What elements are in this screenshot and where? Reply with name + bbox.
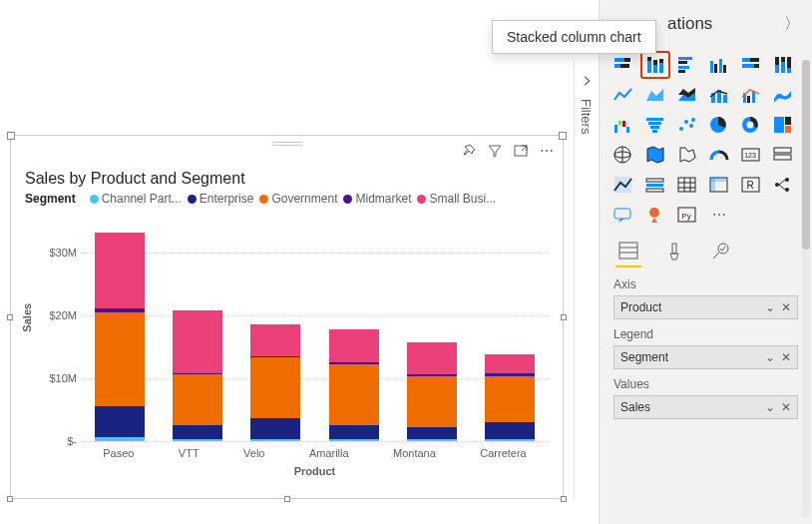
svg-rect-22: [754, 64, 759, 68]
slicer-icon[interactable]: [641, 172, 669, 198]
svg-line-77: [779, 180, 785, 185]
svg-rect-4: [620, 64, 629, 68]
donut-chart-icon[interactable]: [737, 112, 765, 138]
svg-text:R: R: [746, 180, 753, 191]
svg-rect-16: [714, 64, 717, 73]
more-visuals-icon[interactable]: ⋯: [705, 202, 733, 228]
filters-label: Filters: [579, 99, 594, 134]
python-visual-icon[interactable]: Py: [673, 202, 701, 228]
matrix-icon[interactable]: [705, 172, 733, 198]
clustered-column-chart-icon[interactable]: [705, 52, 733, 78]
line-chart-icon[interactable]: [609, 82, 637, 108]
values-well[interactable]: Sales ⌄✕: [613, 395, 798, 419]
stacked-area-chart-icon[interactable]: [673, 82, 701, 108]
svg-rect-3: [614, 64, 620, 68]
chart-legend: Segment Channel Part...EnterpriseGovernm…: [11, 190, 563, 212]
chart-visual-container[interactable]: ⋯ Sales by Product and Segment Segment C…: [10, 135, 564, 499]
focus-mode-icon[interactable]: [513, 143, 529, 159]
treemap-icon[interactable]: [769, 112, 797, 138]
svg-rect-19: [742, 58, 750, 62]
svg-point-80: [649, 208, 659, 218]
analytics-tab[interactable]: [707, 242, 733, 267]
stacked-column-chart-icon[interactable]: [641, 52, 669, 78]
arcgis-icon[interactable]: [641, 202, 669, 228]
format-tab[interactable]: [661, 242, 687, 267]
bar[interactable]: [95, 233, 145, 441]
svg-point-49: [747, 122, 754, 129]
map-icon[interactable]: [609, 142, 637, 168]
svg-text:Py: Py: [681, 212, 690, 221]
pane-scrollbar[interactable]: [802, 60, 810, 518]
field-format-tabs: [600, 232, 812, 269]
ribbon-chart-icon[interactable]: [769, 82, 797, 108]
svg-rect-59: [774, 155, 791, 160]
filled-map-icon[interactable]: [641, 142, 669, 168]
filters-pane-collapsed[interactable]: Filters: [574, 60, 598, 499]
svg-rect-50: [774, 117, 784, 133]
values-well-label: Values: [613, 377, 798, 391]
chart-bars: [81, 222, 549, 441]
drag-handle-icon[interactable]: [272, 142, 302, 146]
svg-rect-38: [626, 127, 629, 133]
svg-rect-31: [723, 95, 727, 103]
svg-rect-6: [647, 57, 651, 61]
pie-chart-icon[interactable]: [705, 112, 733, 138]
svg-rect-21: [742, 64, 754, 68]
chevron-down-icon[interactable]: ⌄: [765, 300, 775, 314]
more-options-icon[interactable]: ⋯: [539, 143, 555, 159]
bar[interactable]: [173, 310, 222, 441]
filter-icon[interactable]: [487, 143, 503, 159]
100-stacked-column-icon[interactable]: [769, 52, 797, 78]
decomposition-tree-icon[interactable]: [769, 172, 797, 198]
qa-visual-icon[interactable]: [609, 202, 637, 228]
visual-header: ⋯: [11, 136, 563, 166]
axis-well[interactable]: Product ⌄✕: [613, 295, 798, 319]
x-axis-label: Product: [81, 465, 549, 477]
chart-title: Sales by Product and Segment: [11, 166, 563, 190]
svg-point-74: [775, 183, 779, 187]
scatter-chart-icon[interactable]: [673, 112, 701, 138]
funnel-chart-icon[interactable]: [641, 112, 669, 138]
100-stacked-bar-icon[interactable]: [737, 52, 765, 78]
svg-rect-86: [672, 244, 676, 254]
svg-rect-9: [659, 63, 663, 73]
expand-filters-icon[interactable]: [580, 74, 594, 91]
card-icon[interactable]: 123: [737, 142, 765, 168]
svg-point-76: [785, 188, 789, 192]
area-chart-icon[interactable]: [641, 82, 669, 108]
bar[interactable]: [329, 329, 379, 441]
pane-title: ations: [667, 14, 712, 34]
svg-point-43: [679, 127, 683, 131]
clustered-bar-chart-icon[interactable]: [673, 52, 701, 78]
shape-map-icon[interactable]: [673, 142, 701, 168]
r-visual-icon[interactable]: R: [737, 172, 765, 198]
multi-row-card-icon[interactable]: [769, 142, 797, 168]
gauge-icon[interactable]: [705, 142, 733, 168]
stacked-bar-chart-icon[interactable]: [609, 52, 637, 78]
kpi-icon[interactable]: [609, 172, 637, 198]
bar[interactable]: [407, 342, 457, 441]
svg-rect-2: [624, 58, 630, 62]
waterfall-chart-icon[interactable]: [609, 112, 637, 138]
chevron-down-icon[interactable]: ⌄: [765, 350, 775, 364]
line-clustered-column-icon[interactable]: [737, 82, 765, 108]
svg-rect-13: [678, 66, 689, 69]
svg-rect-10: [659, 59, 663, 63]
legend-title: Segment: [25, 192, 76, 206]
bar[interactable]: [485, 354, 535, 441]
chevron-down-icon[interactable]: ⌄: [765, 400, 775, 414]
pin-icon[interactable]: [461, 143, 477, 159]
bar[interactable]: [250, 324, 300, 441]
collapse-pane-icon[interactable]: 〉: [784, 14, 800, 35]
svg-rect-79: [614, 209, 630, 219]
svg-rect-1: [614, 58, 624, 62]
remove-field-icon[interactable]: ✕: [781, 350, 791, 364]
legend-well[interactable]: Segment ⌄✕: [613, 345, 798, 369]
remove-field-icon[interactable]: ✕: [781, 400, 791, 414]
axis-well-label: Axis: [613, 277, 798, 291]
fields-tab[interactable]: [615, 242, 641, 267]
line-stacked-column-icon[interactable]: [705, 82, 733, 108]
svg-rect-58: [774, 148, 791, 153]
table-icon[interactable]: [673, 172, 701, 198]
remove-field-icon[interactable]: ✕: [781, 300, 791, 314]
